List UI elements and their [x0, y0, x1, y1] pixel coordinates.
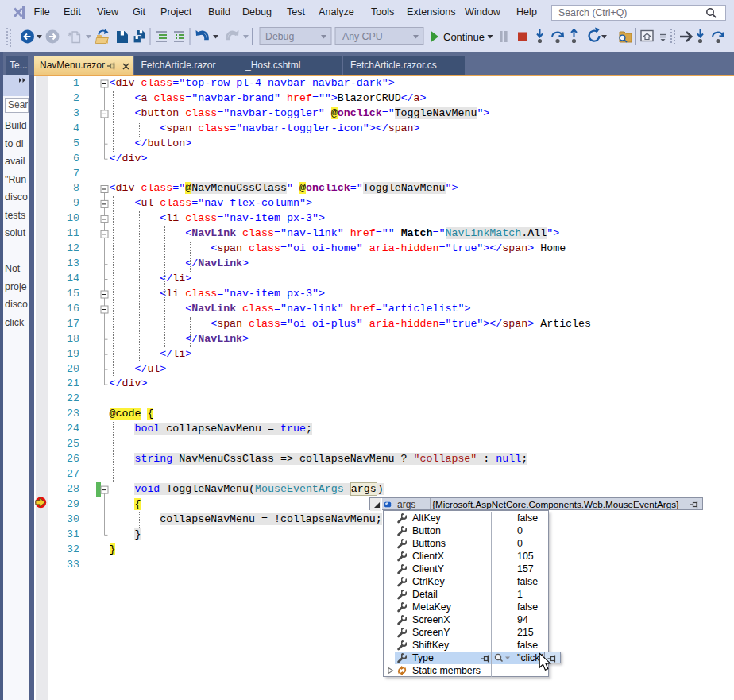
svg-text:Any CPU: Any CPU [342, 31, 383, 42]
svg-text:Debug: Debug [265, 31, 294, 42]
svg-text:Continue: Continue [443, 31, 485, 43]
